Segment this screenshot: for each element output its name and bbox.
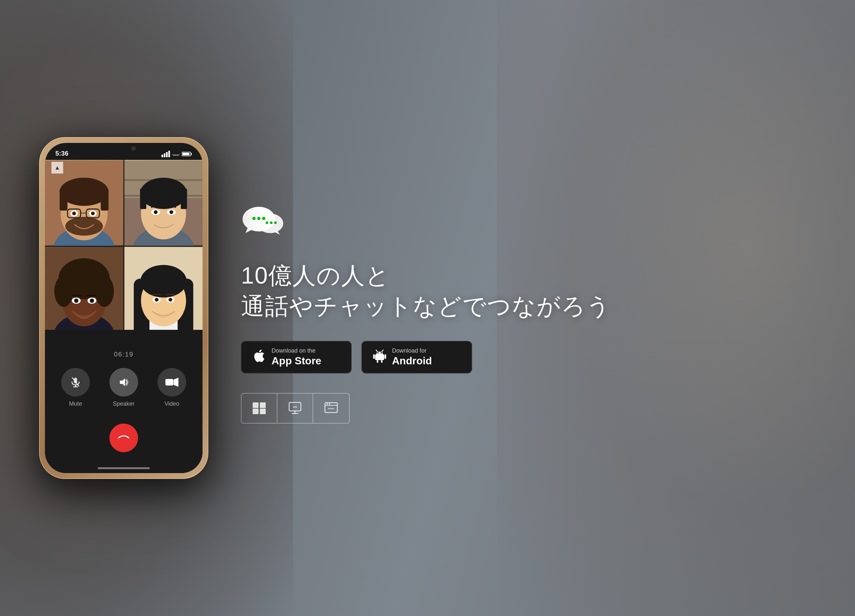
svg-point-42	[95, 276, 114, 307]
svg-rect-80	[385, 354, 386, 359]
app-store-button[interactable]: Download on the App Store	[241, 341, 352, 374]
windows-platform-button[interactable]	[242, 394, 277, 423]
mute-icon-circle	[61, 368, 90, 397]
svg-marker-63	[120, 378, 125, 386]
svg-rect-13	[101, 188, 109, 210]
svg-rect-31	[181, 188, 187, 209]
android-logo-svg	[372, 348, 387, 363]
speaker-icon-circle	[109, 368, 138, 397]
svg-point-94	[329, 403, 330, 405]
apple-icon	[252, 348, 266, 366]
svg-rect-2	[166, 152, 168, 157]
svg-point-69	[257, 217, 260, 220]
video-button[interactable]: Video	[158, 368, 186, 407]
svg-point-58	[169, 297, 172, 302]
svg-point-71	[266, 221, 268, 224]
call-buttons-row: Mute Speaker	[61, 368, 186, 407]
mute-icon	[70, 376, 81, 388]
svg-point-72	[270, 221, 273, 224]
web-icon: www	[324, 401, 338, 415]
svg-point-34	[154, 210, 158, 214]
right-content: 10億人の人と 通話やチャットなどでつながろう Download on the …	[241, 192, 816, 424]
svg-rect-6	[182, 153, 190, 155]
platform-icons: OS www	[241, 393, 350, 424]
svg-line-76	[382, 350, 383, 352]
svg-point-29	[140, 178, 187, 209]
page-wrapper: 5:36	[0, 0, 855, 616]
svg-point-20	[72, 211, 76, 216]
hero-line-1: 10億人の人と	[241, 260, 611, 291]
svg-line-75	[376, 350, 377, 352]
svg-rect-5	[191, 153, 192, 155]
svg-point-46	[74, 298, 78, 302]
android-icon	[372, 348, 387, 366]
download-buttons: Download on the App Store	[241, 341, 472, 374]
svg-rect-64	[165, 379, 173, 386]
svg-text:www: www	[328, 407, 334, 410]
app-store-small-text: Download on the	[271, 348, 321, 354]
svg-marker-65	[173, 378, 178, 387]
signal-icon	[161, 151, 170, 157]
svg-rect-79	[373, 354, 375, 359]
svg-rect-30	[140, 188, 146, 209]
svg-point-68	[252, 217, 256, 220]
android-small-text: Download for	[392, 348, 432, 354]
speaker-label: Speaker	[113, 400, 135, 407]
speaker-button[interactable]: Speaker	[109, 368, 138, 407]
svg-rect-86	[260, 409, 266, 414]
svg-point-73	[274, 221, 277, 224]
wechat-logo	[241, 205, 283, 241]
mac-platform-button[interactable]: OS	[277, 394, 313, 423]
video-grid	[45, 160, 202, 333]
phone-container: 5:36	[39, 137, 208, 479]
wechat-logo-svg	[241, 205, 283, 240]
battery-icon	[182, 152, 192, 156]
svg-point-93	[326, 403, 328, 405]
svg-point-14	[66, 217, 103, 236]
svg-rect-1	[164, 153, 165, 157]
video-icon-circle	[158, 368, 186, 397]
status-icons	[161, 151, 192, 157]
mute-button[interactable]: Mute	[61, 368, 90, 407]
video-cell-2	[124, 160, 203, 246]
svg-point-78	[381, 352, 382, 354]
web-platform-button[interactable]: www	[313, 394, 349, 423]
hangup-button[interactable]	[109, 424, 138, 452]
svg-rect-82	[381, 360, 383, 363]
hangup-icon	[117, 435, 130, 441]
up-arrow-button[interactable]: ▲	[51, 162, 63, 173]
svg-point-35	[169, 210, 173, 214]
svg-rect-3	[169, 151, 170, 157]
app-store-big-text: App Store	[271, 354, 321, 367]
svg-point-70	[262, 217, 265, 220]
call-timer: 06:19	[114, 351, 133, 358]
svg-rect-85	[253, 409, 259, 414]
windows-icon	[252, 401, 266, 415]
svg-point-21	[91, 211, 95, 216]
android-button[interactable]: Download for Android	[362, 341, 472, 374]
call-controls: 06:19	[45, 330, 202, 473]
wifi-icon	[172, 151, 180, 157]
person-2-svg	[124, 160, 203, 246]
apple-logo-svg	[252, 348, 266, 363]
person-3-svg	[45, 247, 123, 333]
person-4-svg	[124, 247, 203, 333]
video-cell-4	[124, 247, 203, 333]
svg-point-54	[140, 265, 187, 297]
svg-point-43	[66, 258, 103, 280]
video-cell-3	[45, 247, 123, 333]
svg-point-57	[155, 297, 159, 302]
android-big-text: Android	[392, 354, 432, 367]
svg-point-77	[377, 352, 378, 354]
hero-line-2: 通話やチャットなどでつながろう	[241, 291, 611, 322]
video-label: Video	[164, 400, 179, 407]
phone-frame: 5:36	[39, 137, 208, 479]
svg-rect-74	[375, 354, 384, 360]
app-store-text: Download on the App Store	[271, 348, 321, 367]
phone-notch	[94, 143, 153, 155]
svg-rect-0	[161, 155, 163, 157]
mac-icon: OS	[288, 401, 302, 415]
hero-text: 10億人の人と 通話やチャットなどでつながろう	[241, 260, 611, 321]
status-time: 5:36	[55, 150, 68, 157]
android-text: Download for Android	[392, 348, 432, 367]
